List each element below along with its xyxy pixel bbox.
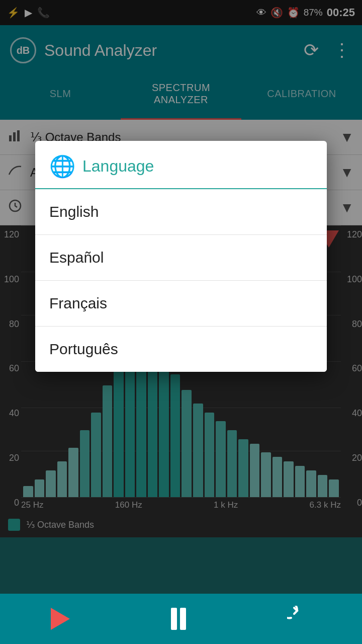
language-dialog: 🌐 Language English Español Français Port…	[35, 141, 327, 372]
language-option-english[interactable]: English	[35, 189, 327, 235]
language-option-francais[interactable]: Français	[35, 281, 327, 327]
globe-icon: 🌐	[49, 154, 73, 178]
reset-icon	[287, 606, 311, 630]
dialog-title: Language	[82, 157, 154, 176]
pause-button[interactable]	[171, 608, 186, 630]
pause-bar-left	[171, 608, 177, 630]
pause-bar-right	[180, 608, 186, 630]
reset-button[interactable]	[287, 606, 311, 632]
dialog-header: 🌐 Language	[35, 141, 327, 189]
bottom-bar	[0, 594, 362, 644]
language-option-portugues[interactable]: Português	[35, 327, 327, 372]
language-option-espanol[interactable]: Español	[35, 235, 327, 281]
dialog-overlay[interactable]: 🌐 Language English Español Français Port…	[0, 0, 362, 594]
play-button[interactable]	[51, 608, 70, 630]
play-icon	[51, 608, 70, 630]
